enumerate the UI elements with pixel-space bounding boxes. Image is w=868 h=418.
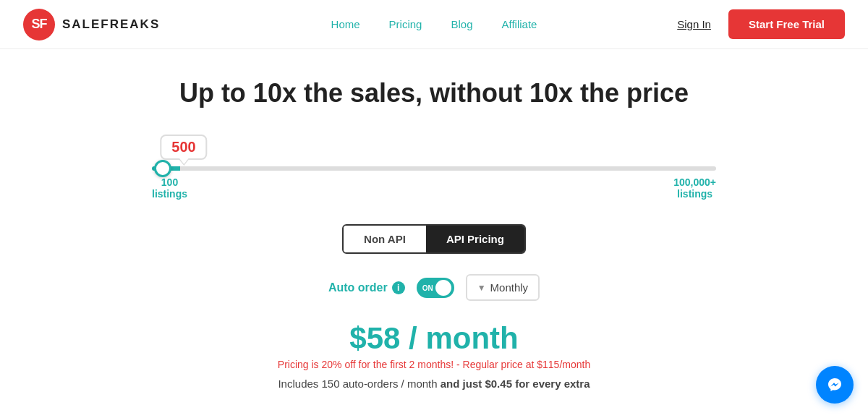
toggle-on-label: ON — [422, 283, 433, 291]
logo: SF SALEFREAKS — [23, 9, 160, 40]
nav-link-affiliate[interactable]: Affiliate — [501, 18, 537, 30]
price-display: $58 / month — [278, 321, 590, 356]
auto-order-toggle[interactable]: ON — [417, 278, 454, 298]
navbar: SF SALEFREAKS Home Pricing Blog Affiliat… — [0, 0, 868, 49]
price-discount-text: Pricing is 20% off for the first 2 month… — [278, 359, 590, 370]
slider-section: 500 100listings 100,000+listings — [152, 135, 716, 200]
monthly-dropdown[interactable]: ▼ Monthly — [466, 274, 540, 301]
monthly-label: Monthly — [490, 281, 529, 294]
logo-badge: SF — [23, 9, 55, 40]
start-trial-button[interactable]: Start Free Trial — [728, 9, 845, 39]
nav-links: Home Pricing Blog Affiliate — [331, 18, 537, 30]
pricing-section: $58 / month Pricing is 20% off for the f… — [278, 321, 590, 390]
api-pricing-button[interactable]: API Pricing — [426, 226, 524, 252]
non-api-button[interactable]: Non API — [344, 226, 426, 252]
sign-in-link[interactable]: Sign In — [677, 18, 711, 30]
auto-order-info-icon[interactable]: i — [392, 281, 405, 294]
nav-link-home[interactable]: Home — [331, 18, 360, 30]
svg-point-0 — [825, 375, 845, 395]
slider-row — [152, 166, 716, 171]
nav-link-pricing[interactable]: Pricing — [389, 18, 422, 30]
listings-slider[interactable] — [152, 166, 716, 171]
messenger-icon — [825, 375, 845, 395]
main-content: Up to 10x the sales, without 10x the pri… — [0, 49, 868, 404]
auto-order-label: Auto order i — [328, 281, 405, 294]
price-includes-text: Includes 150 auto-orders / month and jus… — [278, 378, 590, 390]
api-toggle-section: Non API API Pricing — [342, 224, 526, 254]
hero-headline: Up to 10x the sales, without 10x the pri… — [179, 78, 689, 108]
messenger-bubble[interactable] — [816, 366, 854, 404]
toggle-slider: ON — [417, 278, 454, 298]
slider-label-left: 100listings — [152, 176, 187, 200]
auto-order-row: Auto order i ON ▼ Monthly — [328, 274, 540, 301]
logo-text: SALEFREAKS — [62, 17, 160, 32]
nav-right: Sign In Start Free Trial — [677, 9, 845, 39]
nav-link-blog[interactable]: Blog — [451, 18, 472, 30]
slider-labels: 100listings 100,000+listings — [152, 176, 716, 200]
slider-label-right: 100,000+listings — [673, 176, 716, 200]
api-toggle: Non API API Pricing — [342, 224, 526, 254]
slider-tooltip: 500 — [160, 135, 207, 160]
dropdown-arrow-icon: ▼ — [477, 283, 486, 293]
